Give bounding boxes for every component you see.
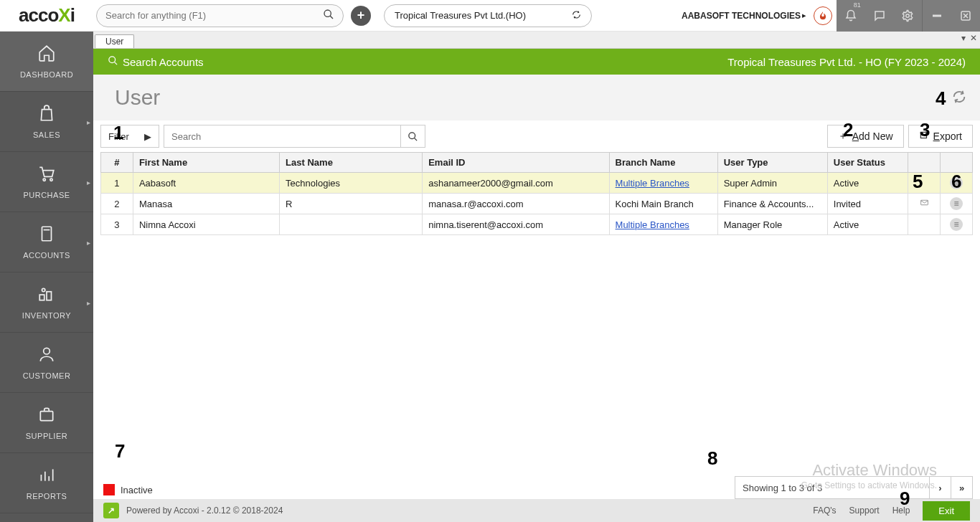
page-title-bar: User [93,75,980,120]
svg-rect-28 [920,132,926,138]
table-search-input[interactable] [164,131,400,142]
search-icon[interactable] [400,125,425,148]
svg-rect-19 [40,412,52,421]
cell-firstname: Nimna Accoxi [133,214,279,235]
pager-next-button[interactable]: › [929,477,951,498]
cell-branch: Multiple Branches [609,173,717,194]
bag-icon [37,104,56,128]
table-container: # First Name Last Name Email ID Branch N… [93,152,980,480]
notifications-icon[interactable]: 81 [837,0,865,32]
settings-icon[interactable] [894,0,923,32]
tab-close-icon[interactable]: ✕ [970,33,977,43]
legend-row: Inactive Showing 1 to 3 of 3 › » [93,480,980,499]
row-menu-icon[interactable]: ≡ [950,218,963,231]
statusbar: ↗ Powered by Accoxi - 2.0.12 © 2018-2024… [93,499,980,522]
chevron-right-icon: ▸ [87,298,91,306]
cell-mail [908,173,941,194]
nav-dashboard[interactable]: DASHBOARD [0,32,93,92]
col-mail-action [908,153,941,173]
col-status[interactable]: User Status [827,153,908,173]
mail-icon[interactable] [920,199,929,209]
svg-rect-15 [39,295,44,300]
hot-icon[interactable] [814,6,832,25]
cell-usertype: Super Admin [717,173,827,194]
left-nav: DASHBOARD SALES▸ PURCHASE▸ ACCOUNTS▸ INV… [0,32,93,522]
filter-dropdown[interactable]: Filter ▶ [100,125,159,148]
svg-rect-16 [47,292,52,300]
search-icon[interactable] [108,55,118,68]
branch-link[interactable]: Multiple Branches [616,219,689,230]
tab-user[interactable]: User [95,34,134,48]
chevron-right-icon: ▸ [802,11,806,20]
cell-index: 3 [101,214,133,235]
row-menu-icon[interactable]: ≡ [950,197,963,210]
chevron-right-icon: ▸ [87,178,91,186]
nav-inventory[interactable]: INVENTORY▸ [0,272,93,333]
global-search[interactable] [96,4,344,27]
nav-sales[interactable]: SALES▸ [0,92,93,152]
cell-index: 1 [101,173,133,194]
export-button[interactable]: Export [908,125,973,148]
faqs-link[interactable]: FAQ's [813,506,836,516]
svg-line-1 [330,16,333,19]
quick-add-button[interactable]: + [351,6,371,26]
row-menu-icon[interactable]: ≡ [950,176,963,189]
col-lastname[interactable]: Last Name [280,153,423,173]
chart-icon [37,465,56,489]
branch-link[interactable]: Multiple Branches [616,178,689,189]
branch-label[interactable]: AABASOFT TECHNOLOGIES [682,11,801,21]
col-row-action [941,153,973,173]
chevron-right-icon: ▸ [87,238,91,246]
table-search[interactable] [164,125,425,148]
cell-email: nimna.tiserent@accoxi.com [423,214,609,235]
page-title: User [115,85,160,110]
pager: Showing 1 to 3 of 3 › » [735,476,973,499]
search-icon[interactable] [323,9,334,23]
svg-point-8 [50,179,52,181]
powered-by: Powered by Accoxi - 2.0.12 © 2018-2024 [126,506,283,516]
table-row[interactable]: 1AabasoftTechnologiesashanameer2000@gmai… [101,173,973,194]
top-icon-tray: 81 [837,0,980,32]
chat-icon[interactable] [865,0,894,32]
export-icon [919,130,929,143]
help-link[interactable]: Help [892,506,910,516]
svg-point-18 [44,348,50,354]
cell-branch: Multiple Branches [609,214,717,235]
col-index[interactable]: # [101,153,133,173]
context-label: Tropical Treasures Pvt Ltd. - HO (FY 202… [727,56,966,68]
col-usertype[interactable]: User Type [717,153,827,173]
exit-button[interactable]: Exit [923,501,970,521]
tab-dropdown-icon[interactable]: ▾ [961,33,966,43]
search-accounts-link[interactable]: Search Accounts [123,56,204,68]
context-bar: Search Accounts Tropical Treasures Pvt L… [93,49,980,75]
cell-branch: Kochi Main Branch [609,194,717,214]
notification-badge: 81 [854,1,861,9]
global-search-input[interactable] [105,10,323,21]
calculator-icon [37,224,56,248]
support-link[interactable]: Support [849,506,880,516]
nav-accounts[interactable]: ACCOUNTS▸ [0,212,93,272]
play-icon: ▶ [144,131,151,142]
col-email[interactable]: Email ID [423,153,609,173]
minimize-icon[interactable] [922,0,951,32]
nav-reports[interactable]: REPORTS [0,453,93,513]
cell-firstname: Aabasoft [133,173,279,194]
nav-purchase[interactable]: PURCHASE▸ [0,152,93,212]
sync-icon[interactable] [572,10,581,22]
pager-last-button[interactable]: » [951,477,972,498]
home-icon [37,44,56,67]
company-selector[interactable]: Tropical Treasures Pvt Ltd.(HO) [384,4,592,27]
close-window-icon[interactable] [951,0,980,32]
inventory-icon [37,285,56,308]
cell-lastname: R [280,194,423,214]
col-branch[interactable]: Branch Name [609,153,717,173]
nav-supplier[interactable]: SUPPLIER [0,393,93,453]
table-row[interactable]: 3Nimna Accoxinimna.tiserent@accoxi.comMu… [101,214,973,235]
cell-lastname: Technologies [280,173,423,194]
refresh-icon[interactable] [951,89,967,109]
legend-color-inactive [103,484,115,495]
table-row[interactable]: 2ManasaRmanasa.r@accoxi.comKochi Main Br… [101,194,973,214]
col-firstname[interactable]: First Name [133,153,279,173]
add-new-button[interactable]: ＋ Add New [827,125,904,148]
nav-customer[interactable]: CUSTOMER [0,333,93,393]
